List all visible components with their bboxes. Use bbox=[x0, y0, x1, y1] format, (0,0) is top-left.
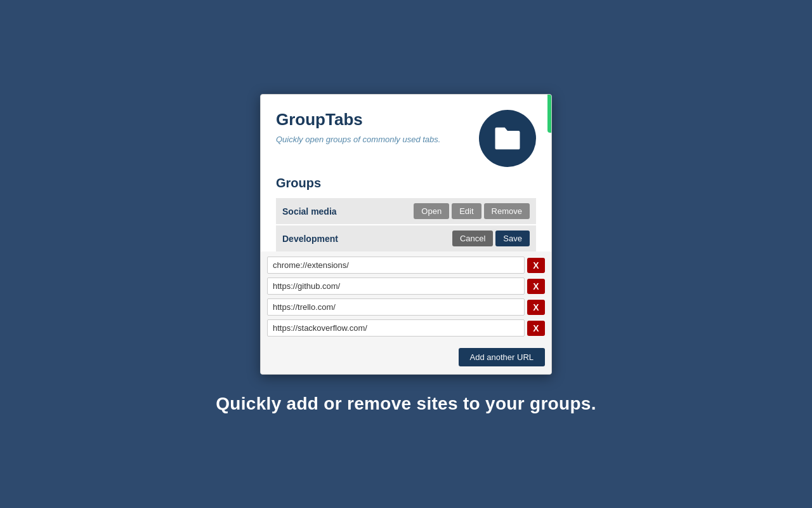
development-buttons: Cancel Save bbox=[452, 231, 530, 246]
cancel-button[interactable]: Cancel bbox=[452, 231, 493, 246]
extension-dialog: GroupTabs Quickly open groups of commonl… bbox=[260, 94, 552, 375]
edit-button[interactable]: Edit bbox=[452, 203, 481, 219]
header-row: GroupTabs Quickly open groups of commonl… bbox=[276, 110, 536, 167]
app-subtitle: Quickly open groups of commonly used tab… bbox=[276, 135, 440, 144]
url-list: X X X X bbox=[261, 251, 551, 345]
folder-icon bbox=[491, 122, 524, 155]
remove-url-1[interactable]: X bbox=[527, 279, 545, 294]
open-button[interactable]: Open bbox=[414, 203, 449, 219]
page-caption: Quickly add or remove sites to your grou… bbox=[216, 394, 596, 414]
remove-url-3[interactable]: X bbox=[527, 321, 545, 336]
groups-section-title: Groups bbox=[276, 176, 536, 190]
add-url-row: Add another URL bbox=[261, 345, 551, 374]
remove-url-2[interactable]: X bbox=[527, 300, 545, 315]
development-name: Development bbox=[282, 234, 338, 244]
url-row-3: X bbox=[267, 319, 545, 337]
add-another-url-button[interactable]: Add another URL bbox=[459, 348, 545, 366]
url-row-1: X bbox=[267, 277, 545, 295]
app-icon bbox=[479, 110, 536, 167]
header-text: GroupTabs Quickly open groups of commonl… bbox=[276, 110, 440, 144]
development-row: Development Cancel Save bbox=[276, 225, 536, 251]
url-row-0: X bbox=[267, 257, 545, 274]
url-input-1[interactable] bbox=[267, 277, 525, 295]
groups-area: Social media Open Edit Remove Developmen… bbox=[276, 198, 536, 251]
social-media-row: Social media Open Edit Remove bbox=[276, 198, 536, 224]
social-media-buttons: Open Edit Remove bbox=[414, 203, 530, 219]
social-media-name: Social media bbox=[282, 206, 337, 217]
remove-button[interactable]: Remove bbox=[484, 203, 530, 219]
url-input-2[interactable] bbox=[267, 298, 525, 316]
page-wrapper: GroupTabs Quickly open groups of commonl… bbox=[216, 94, 596, 414]
url-input-3[interactable] bbox=[267, 319, 525, 337]
dialog-inner: GroupTabs Quickly open groups of commonl… bbox=[261, 95, 551, 251]
accent-bar bbox=[547, 95, 552, 133]
save-button[interactable]: Save bbox=[495, 231, 530, 246]
app-title: GroupTabs bbox=[276, 110, 440, 130]
url-input-0[interactable] bbox=[267, 257, 525, 274]
url-row-2: X bbox=[267, 298, 545, 316]
remove-url-0[interactable]: X bbox=[527, 258, 545, 273]
